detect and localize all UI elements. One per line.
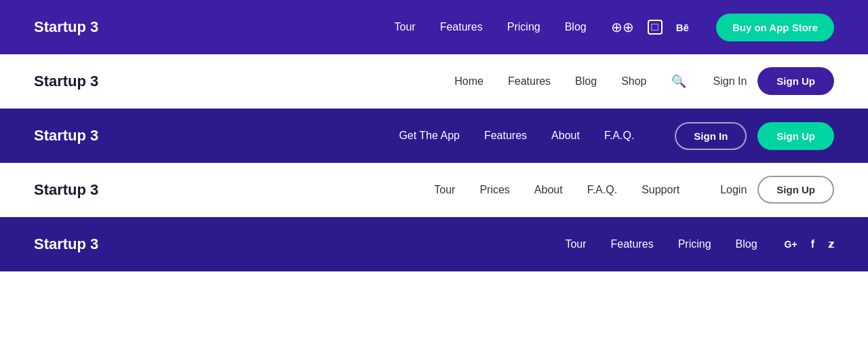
twitter-icon[interactable]: 𝕫 [828,238,834,250]
nav4-link-tour[interactable]: Tour [434,184,455,196]
nav3-link-features[interactable]: Features [484,130,527,142]
nav3-link-about[interactable]: About [551,130,580,142]
nav1-link-blog[interactable]: Blog [565,21,587,33]
nav4-logo: Startup 3 [34,181,98,199]
nav2-links: Home Features Blog Shop [454,75,646,88]
buy-on-app-store-button[interactable]: Buy on App Store [716,14,834,41]
nav4-sign-up-button[interactable]: Sign Up [757,176,834,204]
nav5-link-pricing[interactable]: Pricing [678,238,711,250]
nav1-logo: Startup 3 [34,18,98,36]
nav4-links: Tour Prices About F.A.Q. Support [434,184,679,196]
nav5-links: Tour Features Pricing Blog [565,238,757,250]
nav3-logo: Startup 3 [34,127,98,145]
nav2-sign-in-button[interactable]: Sign In [713,75,747,88]
nav4-link-prices[interactable]: Prices [479,184,509,196]
nav5-link-blog[interactable]: Blog [736,238,757,250]
nav3-link-get-the-app[interactable]: Get The App [399,130,460,142]
nav5-link-tour[interactable]: Tour [565,238,586,250]
behance-icon[interactable]: Bē [676,22,689,33]
nav2-link-features[interactable]: Features [508,75,551,88]
navbar-2: Startup 3 Home Features Blog Shop 🔍 Sign… [0,54,868,109]
nav3-auth: Sign In Sign Up [675,122,834,150]
nav4-link-faq[interactable]: F.A.Q. [587,184,617,196]
nav4-link-support[interactable]: Support [642,184,679,196]
search-icon[interactable]: 🔍 [671,74,686,89]
nav1-links: Tour Features Pricing Blog [395,21,587,33]
nav2-auth: Sign In Sign Up [713,67,834,95]
nav5-social: G+ f 𝕫 [785,238,834,250]
nav1-link-tour[interactable]: Tour [395,21,416,33]
instagram-icon[interactable]: □ [648,20,663,35]
nav3-links: Get The App Features About F.A.Q. [399,130,634,142]
nav4-login-button[interactable]: Login [720,184,747,196]
nav5-link-features[interactable]: Features [611,238,654,250]
gplus-icon[interactable]: G+ [785,239,797,250]
nav2-link-shop[interactable]: Shop [621,75,646,88]
navbar-5: Startup 3 Tour Features Pricing Blog G+ … [0,217,868,271]
nav1-link-features[interactable]: Features [440,21,483,33]
navbar-4: Startup 3 Tour Prices About F.A.Q. Suppo… [0,163,868,217]
facebook-icon[interactable]: f [811,238,814,250]
nav5-logo: Startup 3 [34,235,98,253]
nav2-sign-up-button[interactable]: Sign Up [757,67,834,95]
nav2-logo: Startup 3 [34,73,98,90]
nav1-social: ⊕ □ Bē [611,19,689,35]
nav1-link-pricing[interactable]: Pricing [507,21,540,33]
nav3-sign-in-button[interactable]: Sign In [675,122,747,150]
nav4-link-about[interactable]: About [534,184,563,196]
dribbble-icon[interactable]: ⊕ [611,19,634,35]
navbar-3: Startup 3 Get The App Features About F.A… [0,109,868,163]
nav4-auth: Login Sign Up [720,176,834,204]
navbar-1: Startup 3 Tour Features Pricing Blog ⊕ □… [0,0,868,54]
nav3-sign-up-button[interactable]: Sign Up [757,122,834,150]
nav3-link-faq[interactable]: F.A.Q. [604,130,634,142]
nav2-link-blog[interactable]: Blog [575,75,597,88]
nav2-link-home[interactable]: Home [454,75,484,88]
